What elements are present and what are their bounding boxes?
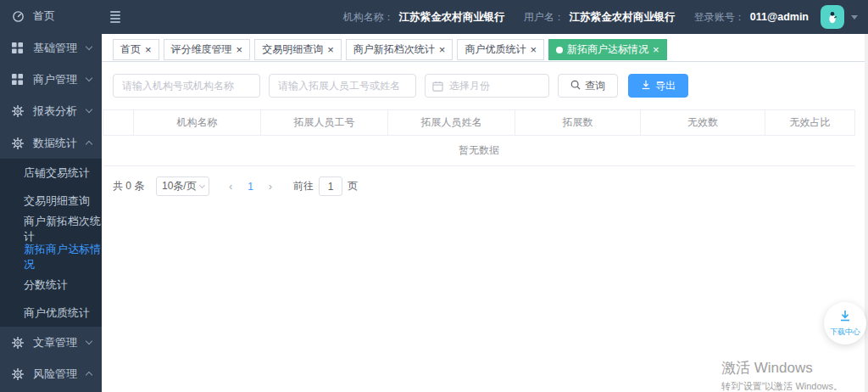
staff-search-input[interactable] xyxy=(269,74,416,98)
org-name-value: 江苏紫金农村商业银行 xyxy=(399,10,505,25)
sidebar-subitem-label: 新拓商户达标情况 xyxy=(24,242,102,272)
tab-label: 商户新拓档次统计 xyxy=(353,42,435,57)
table-header-row: 机构名称 拓展人员工号 拓展人员姓名 拓展数 无效数 无效占比 xyxy=(103,110,855,136)
watermark-line2: 转到“设置”以激活 Windows。 xyxy=(721,380,843,392)
pagination: 共 0 条 10条/页 ‹ 1 › 前往 页 xyxy=(102,166,868,196)
calendar-icon xyxy=(432,80,443,95)
tab-label: 商户优质统计 xyxy=(465,42,526,57)
chevron-down-icon xyxy=(86,43,92,50)
windows-activation-watermark: 激活 Windows 转到“设置”以激活 Windows。 xyxy=(721,358,843,392)
account-value: 011@admin xyxy=(750,11,809,23)
export-button[interactable]: 导出 xyxy=(628,74,688,98)
gear-icon xyxy=(12,137,25,149)
sidebar-subitem-label: 商户新拓档次统计 xyxy=(24,214,102,244)
page-number-1[interactable]: 1 xyxy=(240,181,261,193)
sidebar-item-label: 文章管理 xyxy=(33,335,77,350)
gear-icon xyxy=(12,336,25,349)
sidebar-subitem-label: 商户优质统计 xyxy=(24,305,90,321)
download-icon xyxy=(838,310,852,326)
hamburger-icon[interactable] xyxy=(108,8,122,26)
sidebar-subitem-new-merchant-tier-stats[interactable]: 商户新拓档次统计 xyxy=(0,215,102,243)
top-header: 机构名称： 江苏紫金农村商业银行 用户名： 江苏紫金农村商业银行 登录账号： 0… xyxy=(102,0,868,34)
sidebar-item-data-statistics[interactable]: 数据统计 xyxy=(0,127,102,159)
goto-page-input[interactable] xyxy=(319,176,342,196)
tab-label: 评分维度管理 xyxy=(171,42,232,57)
sidebar-subitem-label: 交易明细查询 xyxy=(24,193,90,209)
page-size-select[interactable]: 10条/页 xyxy=(156,176,209,196)
sidebar-item-label: 报表分析 xyxy=(33,104,77,119)
col-staff-name: 拓展人员姓名 xyxy=(388,110,515,136)
tab-label: 新拓商户达标情况 xyxy=(567,42,648,57)
col-expand-count: 拓展数 xyxy=(515,110,641,136)
prev-page-button[interactable]: ‹ xyxy=(221,181,240,193)
next-page-button[interactable]: › xyxy=(261,181,280,193)
close-icon[interactable]: × xyxy=(530,44,537,55)
month-picker-input[interactable] xyxy=(425,74,549,98)
search-button[interactable]: 查询 xyxy=(558,74,618,98)
chevron-up-icon xyxy=(86,372,92,378)
chevron-down-icon xyxy=(86,75,92,81)
username-label: 用户名： xyxy=(524,10,565,25)
avatar[interactable] xyxy=(821,5,844,29)
col-invalid-count: 无效数 xyxy=(641,110,765,136)
org-name-label: 机构名称： xyxy=(343,10,394,25)
goto-label: 前往 xyxy=(293,179,314,193)
empty-state-text: 暂无数据 xyxy=(103,136,855,166)
caret-down-icon[interactable] xyxy=(851,15,858,20)
sidebar-item-label: 数据统计 xyxy=(33,136,77,151)
tab-merchant-quality-stats[interactable]: 商户优质统计 × xyxy=(457,39,544,60)
sidebar-subitem-shop-trade-stats[interactable]: 店铺交易统计 xyxy=(0,159,102,187)
sidebar-item-risk-mgmt[interactable]: 风险管理 xyxy=(0,358,102,389)
sidebar: 首页 基础管理 商户管理 xyxy=(0,0,102,392)
scrollbar[interactable] xyxy=(865,34,868,392)
sidebar-item-article-mgmt[interactable]: 文章管理 xyxy=(0,327,102,358)
search-button-label: 查询 xyxy=(585,79,605,93)
chevron-down-icon xyxy=(199,182,205,188)
gear-icon xyxy=(12,105,25,118)
chevron-down-icon xyxy=(86,338,92,344)
sidebar-item-label: 基础管理 xyxy=(33,41,77,56)
results-table: 机构名称 拓展人员工号 拓展人员姓名 拓展数 无效数 无效占比 暂无数据 xyxy=(103,109,855,166)
sidebar-item-basic-mgmt[interactable]: 基础管理 xyxy=(0,32,102,64)
sidebar-item-home[interactable]: 首页 xyxy=(0,0,102,32)
tab-new-merchant-tier-stats[interactable]: 商户新拓档次统计 × xyxy=(346,39,453,60)
tab-score-dimension-mgmt[interactable]: 评分维度管理 × xyxy=(164,39,251,60)
tab-trade-detail-query[interactable]: 交易明细查询 × xyxy=(254,39,342,60)
main-content: 首页 × 评分维度管理 × 交易明细查询 × 商户新拓档次统计 × 商户优质统计… xyxy=(102,34,868,392)
page-size-value: 10条/页 xyxy=(162,179,197,193)
tab-label: 交易明细查询 xyxy=(262,42,323,57)
download-center-label: 下载中心 xyxy=(830,327,860,338)
filter-bar: 查询 导出 xyxy=(102,62,868,109)
sidebar-subitem-new-merchant-standard[interactable]: 新拓商户达标情况 xyxy=(0,243,102,271)
gear-icon xyxy=(12,367,25,380)
header-user-info: 机构名称： 江苏紫金农村商业银行 用户名： 江苏紫金农村商业银行 登录账号： 0… xyxy=(343,5,868,29)
close-icon[interactable]: × xyxy=(236,44,243,55)
download-center-button[interactable]: 下载中心 xyxy=(824,302,866,344)
chevron-up-icon xyxy=(86,141,92,148)
pagination-total: 共 0 条 xyxy=(113,179,144,193)
sidebar-subitem-trade-detail-query[interactable]: 交易明细查询 xyxy=(0,187,102,215)
account-label: 登录账号： xyxy=(694,10,745,25)
tab-label: 首页 xyxy=(120,42,141,57)
close-icon[interactable]: × xyxy=(327,44,334,55)
close-icon[interactable]: × xyxy=(439,44,446,55)
tab-new-merchant-standard-active[interactable]: 新拓商户达标情况 × xyxy=(548,39,667,60)
grid-icon xyxy=(12,42,25,54)
close-icon[interactable]: × xyxy=(653,44,659,55)
sidebar-item-report-analysis[interactable]: 报表分析 xyxy=(0,95,102,127)
sidebar-item-label: 商户管理 xyxy=(33,72,77,87)
org-search-input[interactable] xyxy=(113,74,260,98)
col-invalid-ratio: 无效占比 xyxy=(765,110,855,136)
sidebar-subitem-merchant-quality-stats[interactable]: 商户优质统计 xyxy=(0,299,102,327)
avatar-figure xyxy=(825,9,840,25)
download-icon xyxy=(641,80,651,92)
tab-home[interactable]: 首页 × xyxy=(113,39,159,60)
sidebar-item-label: 首页 xyxy=(33,8,55,24)
close-icon[interactable]: × xyxy=(145,44,152,55)
page-unit-label: 页 xyxy=(348,179,358,193)
app-root: 首页 基础管理 商户管理 xyxy=(0,0,868,392)
sidebar-subitem-score-stats[interactable]: 分数统计 xyxy=(0,271,102,299)
username-value: 江苏紫金农村商业银行 xyxy=(570,10,676,25)
month-picker xyxy=(425,74,549,98)
sidebar-item-merchant-mgmt[interactable]: 商户管理 xyxy=(0,64,102,95)
